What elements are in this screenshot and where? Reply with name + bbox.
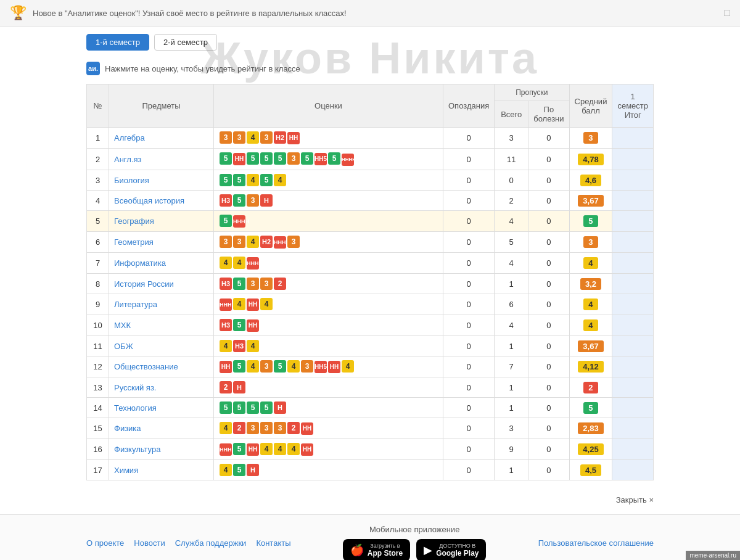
grade-badge[interactable]: 2 [233,422,245,434]
grade-badge[interactable]: 3 [247,194,259,207]
grade-badge[interactable]: НННН [220,299,232,311]
subject-link[interactable]: Физкультура [114,445,160,454]
subject-link[interactable]: Химия [114,466,138,475]
footer-link-support[interactable]: Служба поддержки [175,538,247,548]
grade-badge[interactable]: 4 [220,464,232,476]
subject-link[interactable]: Геометрия [114,237,154,247]
grade-badge[interactable]: 5 [220,401,232,414]
grade-badge[interactable]: 5 [220,174,232,186]
grade-badge[interactable]: НННН [233,215,245,228]
subject-link[interactable]: Алгебра [114,133,145,142]
grade-badge[interactable]: 2 [220,381,232,393]
grade-badge[interactable]: Н3 [233,340,245,352]
grade-badge[interactable]: 3 [220,131,232,144]
grade-badge[interactable]: Н2 [274,131,286,144]
subject-link[interactable]: Технология [114,403,157,413]
grade-badge[interactable]: НН [287,132,300,144]
grade-badge[interactable]: 5 [247,152,259,165]
grade-badge[interactable]: 5 [247,401,259,414]
grade-badge[interactable]: 3 [260,278,273,290]
grade-badge[interactable]: 5 [233,174,245,186]
grade-badge[interactable]: 4 [260,443,273,455]
grade-badge[interactable]: 4 [274,443,286,455]
grade-badge[interactable]: 3 [260,422,273,434]
grade-badge[interactable]: НН [328,361,340,373]
grade-badge[interactable]: НН [247,443,259,456]
subject-link[interactable]: Литература [114,300,157,309]
grade-badge[interactable]: НН [301,443,313,456]
subject-link[interactable]: География [114,216,154,226]
grade-badge[interactable]: 3 [301,360,313,373]
grade-badge[interactable]: Н2 [260,236,273,248]
grade-badge[interactable]: 3 [220,236,232,248]
grade-badge[interactable]: 4 [233,257,245,269]
grade-badge[interactable]: 2 [287,422,300,434]
grade-badge[interactable]: Н3 [220,319,232,331]
grade-badge[interactable]: 3 [260,131,273,144]
grade-badge[interactable]: 3 [260,360,273,373]
grade-badge[interactable]: 4 [342,360,354,373]
subject-link[interactable]: ОБЖ [114,342,133,351]
grade-badge[interactable]: 3 [247,422,259,434]
banner-close-button[interactable]: □ [724,7,730,19]
grade-badge[interactable]: 5 [233,194,245,207]
grade-badge[interactable]: 5 [233,443,245,455]
grade-badge[interactable]: 4 [233,298,245,310]
grade-badge[interactable]: НННН [247,257,259,270]
footer-link-about[interactable]: О проекте [86,538,124,548]
grade-badge[interactable]: 3 [233,236,245,248]
grade-badge[interactable]: 5 [233,401,245,414]
user-agreement-link[interactable]: Пользовательское соглашение [538,538,654,548]
grade-badge[interactable]: НН5 [314,153,327,165]
grade-badge[interactable]: 4 [247,236,259,248]
grade-badge[interactable]: 4 [247,360,259,373]
subject-link[interactable]: Информатика [114,258,166,268]
grade-badge[interactable]: 5 [220,152,232,165]
subject-link[interactable]: Обществознание [114,362,178,371]
grade-badge[interactable]: 5 [274,152,286,165]
grade-badge[interactable]: 5 [260,401,273,414]
grade-badge[interactable]: Н [260,194,273,207]
grade-badge[interactable]: НН [247,319,259,332]
tab-semester-1[interactable]: 1-й семестр [86,34,149,51]
grade-badge[interactable]: 4 [247,340,259,352]
grade-badge[interactable]: 4 [260,298,273,310]
grade-badge[interactable]: 4 [274,174,286,186]
grade-badge[interactable]: Н3 [220,194,232,207]
close-button[interactable]: Закрыть × [616,495,654,504]
grade-badge[interactable]: НН [247,299,259,311]
grade-badge[interactable]: НН [233,153,245,165]
app-store-button[interactable]: 🍎 Загрузить в App Store [343,539,410,560]
grade-badge[interactable]: 4 [220,340,232,352]
grade-badge[interactable]: Н [274,401,286,414]
grade-badge[interactable]: 5 [233,360,245,373]
grade-badge[interactable]: 5 [260,174,273,186]
subject-link[interactable]: Русский яз. [114,383,156,392]
grade-badge[interactable]: 4 [220,257,232,269]
grade-badge[interactable]: 3 [287,236,300,248]
grade-badge[interactable]: 4 [220,422,232,434]
close-button-wrap[interactable]: Закрыть × [0,490,740,514]
subject-link[interactable]: Всеобщая история [114,196,184,205]
subject-link[interactable]: Биология [114,176,149,185]
grade-badge[interactable]: 4 [247,131,259,144]
footer-link-news[interactable]: Новости [134,538,165,548]
grade-badge[interactable]: Н [247,464,259,476]
tab-semester-2[interactable]: 2-й семестр [154,34,217,51]
grade-badge[interactable]: 5 [328,152,340,165]
grade-badge[interactable]: 4 [247,174,259,186]
grade-badge[interactable]: Н3 [220,278,232,290]
grade-badge[interactable]: 4 [287,443,300,455]
grade-badge[interactable]: 5 [233,278,245,290]
subject-link[interactable]: Физика [114,424,141,433]
grade-badge[interactable]: НННН [274,236,286,249]
grade-badge[interactable]: 3 [274,422,286,434]
grade-badge[interactable]: Н [233,381,245,393]
subject-link[interactable]: МХК [114,321,131,330]
grade-badge[interactable]: НННННН [342,154,354,166]
grade-badge[interactable]: НН [220,361,232,373]
grade-badge[interactable]: 5 [233,319,245,331]
grade-badge[interactable]: 5 [233,464,245,476]
grade-badge[interactable]: 2 [274,278,286,290]
google-play-button[interactable]: ▶ ДОСТУПНО В Google Play [416,539,486,560]
